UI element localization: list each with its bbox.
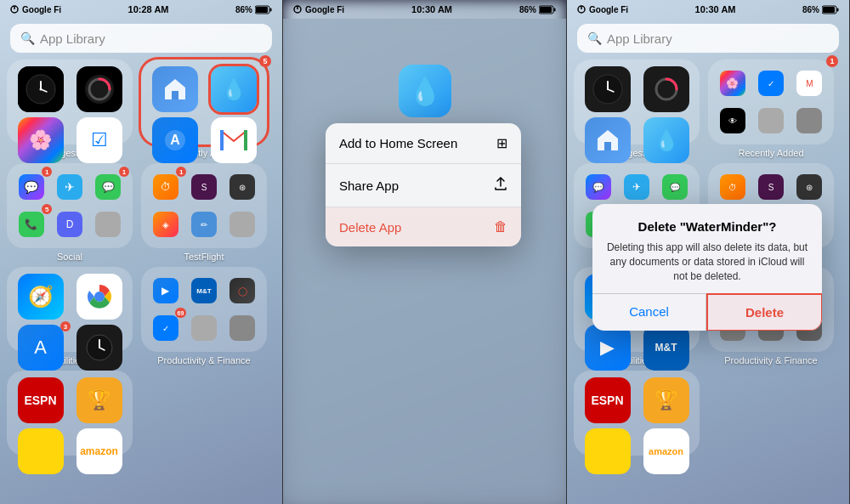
app-eye-3[interactable]: 👁 [720, 108, 745, 133]
app-direct-1[interactable]: ▶ [153, 278, 178, 303]
app-gmail-1[interactable] [211, 117, 257, 163]
svg-rect-39 [604, 142, 611, 150]
app-mt-1[interactable]: M&T [191, 278, 217, 303]
app-telegram-3[interactable]: ✈ [624, 174, 649, 200]
app-github-1[interactable]: ⊛ [230, 174, 255, 200]
app-safari-1[interactable]: 🧭 [18, 274, 64, 320]
folder-suggestions-1[interactable]: 🌸 ☑ Suggestions [7, 59, 133, 158]
app-home-3[interactable] [585, 117, 631, 163]
app-remind-3[interactable]: ✓ [758, 71, 784, 96]
search-icon-3: 🔍 [587, 31, 602, 45]
status-bar-3: Google Fi 10:30 AM 86% [567, 0, 849, 19]
app-check-1[interactable]: ✓ [153, 315, 178, 341]
battery-3: 86% [802, 5, 839, 14]
app-fitness-1[interactable] [76, 66, 122, 112]
app-espn-3[interactable]: ESPN [585, 377, 631, 423]
svg-rect-12 [172, 91, 178, 99]
folder-espn-1[interactable]: ESPN 🏆 amazon [7, 371, 133, 459]
app-appstore-1[interactable]: A [152, 117, 198, 163]
folder-social-1[interactable]: 💬1 ✈ 💬1 📞5 D Social [7, 163, 133, 262]
app-prod-extra2-1[interactable] [230, 315, 255, 341]
app-gmail-3[interactable]: M [796, 71, 822, 96]
app-davinci-1[interactable]: ◯ [230, 278, 255, 303]
delete-alert-dialog: Delete "WaterMinder"? Deleting this app … [592, 204, 822, 331]
app-home-1[interactable] [152, 66, 198, 112]
app-messages-1[interactable]: 💬 [95, 174, 121, 200]
app-timer-1[interactable]: ⏱ [153, 174, 178, 200]
folder-recently3[interactable]: 1 🌸 ✓ M 👁 Recently Added [708, 59, 834, 158]
menu-share-app[interactable]: Share App [326, 164, 521, 207]
phone-panel-2: Google Fi 10:30 AM 86% 💧 Add to Home Scr… [283, 0, 567, 504]
app-appstore-util-1[interactable]: A [18, 325, 64, 371]
time-2: 10:30 AM [411, 4, 452, 14]
search-placeholder-3: App Library [607, 31, 672, 46]
app-timer-3[interactable]: ⏱ [720, 174, 745, 200]
app-tf-extra-1[interactable] [230, 212, 255, 237]
app-photos-1[interactable]: 🌸 [18, 117, 64, 163]
status-bar-1: Google Fi 10:28 AM 86% [0, 0, 282, 19]
app-messenger-1[interactable]: 💬 [19, 174, 44, 200]
folder-testflight-1[interactable]: ⏱1 S ⊛ ◈ ✏ TestFlight [141, 163, 267, 262]
app-shortcuts-1[interactable]: ◈ [153, 212, 178, 237]
menu-share-icon [494, 176, 507, 195]
menu-delete-app[interactable]: Delete App 🗑 [326, 207, 521, 246]
app-messenger-3[interactable]: 💬 [586, 174, 611, 200]
app-phone-1[interactable]: 📞 [19, 212, 44, 237]
svg-rect-31 [823, 7, 835, 13]
svg-rect-32 [836, 8, 838, 11]
phone-panel-3: Google Fi 10:30 AM 86% 🔍 App Library 💧 S… [567, 0, 850, 504]
app-chrome-1[interactable] [76, 274, 122, 320]
app-bottom3-1[interactable] [18, 428, 64, 474]
app-prod-extra1-1[interactable] [191, 315, 217, 341]
folder-utilities-1[interactable]: 🧭 A3 Utilities [7, 267, 133, 365]
context-menu: Add to Home Screen ⊞ Share App Delete Ap… [326, 123, 521, 246]
folder-social-label-1: Social [57, 252, 82, 262]
search-placeholder-1: App Library [40, 31, 105, 46]
folder-suggestions-3[interactable]: 💧 Suggestions [574, 59, 700, 158]
app-messages-3[interactable]: 💬 [662, 174, 688, 200]
app-r5-3[interactable] [758, 108, 784, 133]
app-amazon-1[interactable]: amazon [76, 428, 122, 474]
app-waterminder-2[interactable]: 💧 [399, 65, 451, 117]
app-slack-1[interactable]: S [191, 174, 217, 200]
app-clock-3[interactable] [585, 66, 631, 112]
app-water-3[interactable]: 💧 [643, 117, 689, 163]
app-photos-3[interactable]: 🌸 [720, 71, 745, 96]
app-trophy-1[interactable]: 🏆 [76, 377, 122, 423]
search-bar-3[interactable]: 🔍 App Library [577, 24, 839, 53]
folder-bottom-3[interactable]: ESPN 🏆 amazon [574, 371, 700, 459]
svg-point-8 [39, 88, 42, 91]
menu-share-label: Share App [339, 178, 399, 193]
app-waterminder-1[interactable]: 💧 [211, 66, 257, 112]
alert-cancel-button[interactable]: Cancel [592, 294, 706, 331]
search-bar-1[interactable]: 🔍 App Library [10, 24, 272, 53]
app-r6-3[interactable] [796, 108, 822, 133]
svg-rect-3 [256, 7, 268, 13]
app-trophy-3[interactable]: 🏆 [643, 377, 689, 423]
app-social-extra-1[interactable] [95, 212, 121, 237]
menu-delete-icon: 🗑 [494, 219, 507, 235]
app-drafts-1[interactable]: ✏ [191, 212, 217, 237]
top-apps-2: 💧 [283, 65, 566, 117]
alert-delete-button[interactable]: Delete [706, 293, 822, 331]
time-1: 10:28 AM [128, 4, 169, 14]
folder-testflight-label-1: TestFlight [184, 252, 224, 262]
app-fitness-3[interactable] [643, 66, 689, 112]
app-reminders-1[interactable]: ☑ [76, 117, 122, 163]
alert-title: Delete "WaterMinder"? [606, 219, 808, 234]
app-yellow-3[interactable] [585, 428, 631, 474]
app-mt-3[interactable]: M&T [643, 325, 689, 371]
folder-recently-added-1[interactable]: 5 💧 [141, 59, 267, 158]
app-direct-3[interactable]: ▶ [585, 325, 631, 371]
battery-1: 86% [235, 5, 272, 14]
app-discord-1[interactable]: D [57, 212, 82, 237]
app-telegram-1[interactable]: ✈ [57, 174, 82, 200]
app-clock-util-1[interactable] [76, 325, 122, 371]
app-amazon-3[interactable]: amazon [643, 428, 689, 474]
app-espn-1[interactable]: ESPN [18, 377, 64, 423]
app-github-3[interactable]: ⊛ [796, 174, 822, 200]
app-slack-3[interactable]: S [758, 174, 784, 200]
folder-productivity-1[interactable]: ▶ M&T ◯ ✓69 Productivity & Finance [141, 267, 267, 365]
menu-add-home[interactable]: Add to Home Screen ⊞ [326, 123, 521, 164]
app-clock-1[interactable] [18, 66, 64, 112]
